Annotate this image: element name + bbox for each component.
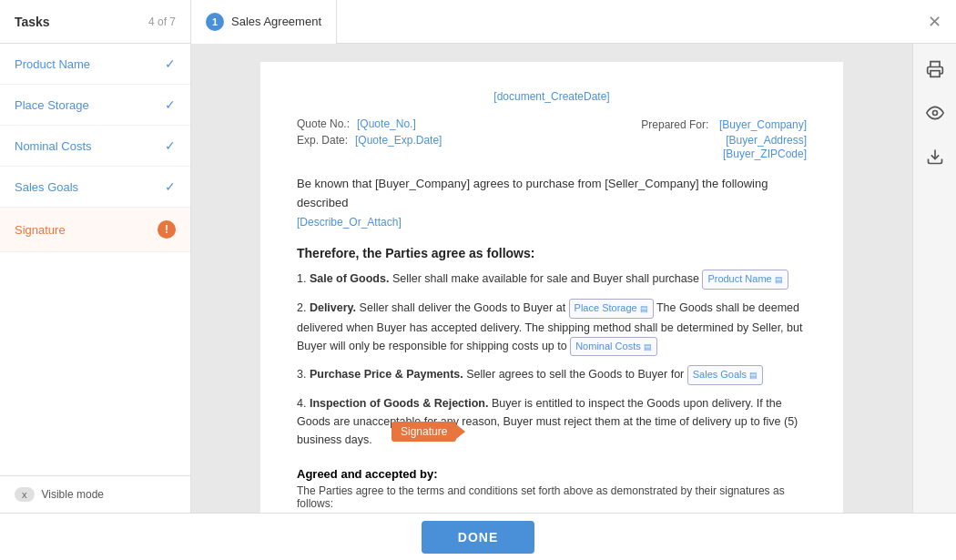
sidebar-label-product-name: Product Name	[15, 57, 90, 71]
list-item-4: 4. Inspection of Goods & Rejection. Buye…	[297, 394, 807, 449]
sidebar-label-nominal-costs: Nominal Costs	[15, 139, 92, 153]
signature-arrow-label: Signature	[392, 422, 456, 442]
svg-rect-0	[931, 71, 940, 77]
footer: DONE	[0, 513, 956, 560]
exp-date-field: [Quote_Exp.Date]	[355, 134, 442, 147]
check-icon-product-name: ✓	[165, 56, 176, 71]
svg-point-1	[932, 111, 937, 116]
agreed-heading: Agreed and accepted by:	[297, 467, 807, 481]
item-3-bold: Purchase Price & Payments.	[310, 368, 463, 381]
buyer-company-header: [Buyer_Company]	[719, 118, 807, 131]
list-item-3: 3. Purchase Price & Payments. Seller agr…	[297, 365, 807, 385]
view-button[interactable]	[919, 97, 951, 129]
sidebar: Product Name ✓ Place Storage ✓ Nominal C…	[0, 44, 191, 513]
tab-number: 1	[206, 13, 224, 31]
visible-mode-toggle[interactable]: x	[15, 487, 35, 502]
intro-text: Be known that [Buyer_Company] agrees to …	[297, 177, 768, 209]
sidebar-item-nominal-costs[interactable]: Nominal Costs ✓	[0, 126, 190, 167]
quote-no-field: [Quote_No.]	[357, 117, 416, 130]
place-storage-tag[interactable]: Place Storage ▤	[569, 299, 654, 319]
check-icon-place-storage: ✓	[165, 97, 176, 112]
sidebar-label-sales-goals: Sales Goals	[15, 180, 78, 194]
item-4-number: 4.	[297, 397, 310, 410]
item-2-number: 2.	[297, 301, 310, 314]
intro-section: Be known that [Buyer_Company] agrees to …	[297, 175, 807, 231]
document-area: Signature [document_CreateDate] Quote No…	[191, 44, 956, 513]
describe-field: [Describe_Or_Attach]	[297, 216, 402, 229]
tasks-title: Tasks	[15, 15, 50, 29]
quote-no-label: Quote No.:	[297, 117, 350, 130]
sales-goals-tag[interactable]: Sales Goals ▤	[687, 365, 763, 385]
agreed-subtext: The Parties agree to the terms and condi…	[297, 484, 807, 510]
item-3-number: 3.	[297, 368, 310, 381]
buyer-zip-field: [Buyer_ZIPCode]	[723, 148, 807, 160]
sidebar-item-signature[interactable]: Signature !	[0, 208, 190, 252]
document-paper: [document_CreateDate] Quote No.: [Quote_…	[260, 62, 843, 513]
download-button[interactable]	[919, 140, 951, 173]
product-name-tag[interactable]: Product Name ▤	[702, 270, 788, 290]
create-date-field: [document_CreateDate]	[493, 90, 609, 103]
tasks-count: 4 of 7	[148, 15, 176, 28]
print-button[interactable]	[919, 53, 951, 86]
buyer-address-field: [Buyer_Address]	[726, 134, 807, 147]
tasks-header: Tasks 4 of 7	[0, 0, 191, 43]
done-button[interactable]: DONE	[422, 521, 534, 554]
item-3-text: Seller agrees to sell the Goods to Buyer…	[466, 368, 687, 381]
check-icon-nominal-costs: ✓	[165, 138, 176, 153]
item-1-bold: Sale of Goods.	[310, 272, 390, 285]
item-2-text-before: Seller shall deliver the Goods to Buyer …	[360, 301, 569, 314]
item-4-bold: Inspection of Goods & Rejection.	[310, 397, 489, 410]
item-1-number: 1.	[297, 272, 310, 285]
tab-bar: 1 Sales Agreement ✕	[191, 0, 956, 43]
sidebar-item-place-storage[interactable]: Place Storage ✓	[0, 85, 190, 126]
sidebar-item-sales-goals[interactable]: Sales Goals ✓	[0, 167, 190, 208]
prepared-for-label: Prepared For:	[641, 118, 708, 131]
item-1-text: Seller shall make available for sale and…	[392, 272, 702, 285]
agreed-section: Agreed and accepted by: The Parties agre…	[297, 467, 807, 513]
check-icon-sales-goals: ✓	[165, 179, 176, 194]
visible-mode-label: Visible mode	[42, 488, 104, 501]
right-panel	[912, 44, 956, 513]
close-button[interactable]: ✕	[913, 12, 956, 32]
header: Tasks 4 of 7 1 Sales Agreement ✕	[0, 0, 956, 44]
nominal-costs-tag[interactable]: Nominal Costs ▤	[570, 337, 657, 357]
sidebar-bottom: x Visible mode	[0, 475, 190, 513]
therefore-heading: Therefore, the Parties agree as follows:	[297, 246, 807, 260]
sidebar-label-signature: Signature	[15, 223, 66, 237]
sidebar-item-product-name[interactable]: Product Name ✓	[0, 44, 190, 85]
document-scroll[interactable]: [document_CreateDate] Quote No.: [Quote_…	[191, 44, 912, 513]
list-item-2: 2. Delivery. Seller shall deliver the Go…	[297, 299, 807, 356]
signature-arrow: Signature	[392, 422, 465, 442]
tab-title: Sales Agreement	[231, 15, 321, 28]
arrow-tip-icon	[456, 424, 465, 439]
item-2-bold: Delivery.	[310, 301, 356, 314]
sidebar-label-place-storage: Place Storage	[15, 98, 89, 112]
list-item-1: 1. Sale of Goods. Seller shall make avai…	[297, 270, 807, 290]
tab-sales-agreement[interactable]: 1 Sales Agreement	[191, 0, 337, 44]
exp-date-label: Exp. Date:	[297, 134, 348, 147]
warn-icon-signature: !	[158, 220, 176, 239]
body: Product Name ✓ Place Storage ✓ Nominal C…	[0, 44, 956, 513]
